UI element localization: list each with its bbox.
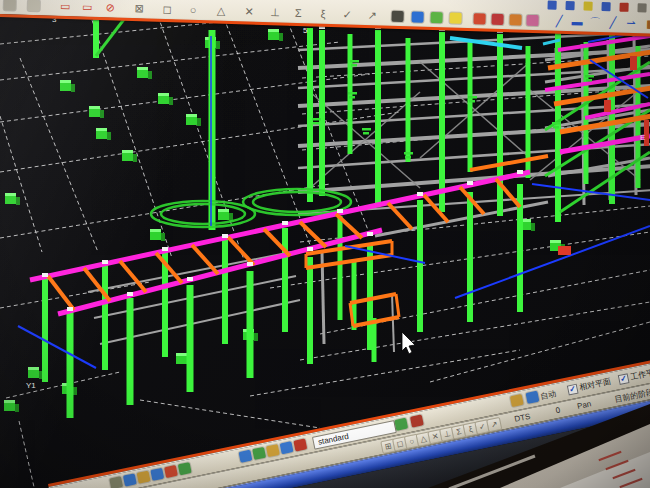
select-points-icon[interactable] xyxy=(164,465,178,478)
select-all-icon[interactable] xyxy=(109,476,123,488)
tool-left-b-icon[interactable] xyxy=(28,0,40,11)
snap-reference-points-icon[interactable]: ⊠ xyxy=(132,2,147,15)
filter-clear-icon[interactable] xyxy=(410,414,424,427)
create-beam-icon[interactable]: ╱ xyxy=(551,15,566,28)
select-filter-icon[interactable] xyxy=(123,473,137,486)
view-tool-icon[interactable] xyxy=(525,391,539,404)
tool-left-a-icon[interactable] xyxy=(4,0,16,10)
snap-line-icon[interactable]: Σ xyxy=(290,7,305,20)
status-pan: Pan xyxy=(576,399,592,411)
snap-center-icon[interactable]: ○ xyxy=(186,4,201,17)
select-grids-icon[interactable] xyxy=(252,447,266,460)
grid-label-Y1: Y1 xyxy=(26,381,36,390)
mini-gray-icon[interactable] xyxy=(637,3,646,12)
create-beam-arrow-icon[interactable]: ⇀ xyxy=(623,17,638,30)
work-area-icon[interactable] xyxy=(430,12,442,23)
select-views-icon[interactable] xyxy=(266,444,280,457)
splendid-sticker: S plendid Sync xyxy=(503,472,613,488)
status-snap-any-button[interactable]: ↗ xyxy=(486,417,502,433)
select-surfaces-icon[interactable] xyxy=(238,450,252,463)
snap-red-frame-2-icon[interactable]: ▭ xyxy=(80,0,95,13)
snap-perpendicular-icon[interactable]: ⊥ xyxy=(267,6,282,19)
snap-midpoint-icon[interactable]: △ xyxy=(214,4,229,17)
filter-apply-icon[interactable] xyxy=(394,418,408,431)
select-components-icon[interactable] xyxy=(150,468,164,481)
mini-blue-3-icon[interactable] xyxy=(601,2,610,11)
plane-tool-icon[interactable] xyxy=(510,394,524,407)
snap-red-frame-1-icon[interactable]: ▭ xyxy=(58,0,73,13)
sticker-sub-text: Sync xyxy=(565,481,588,488)
fly-through-icon[interactable] xyxy=(411,11,423,22)
snap-any-position-icon[interactable]: ↗ xyxy=(364,9,379,22)
select-bolts-icon[interactable] xyxy=(280,441,294,454)
binoculars-icon[interactable] xyxy=(391,11,403,22)
select-objects-icon[interactable] xyxy=(137,471,151,484)
status-dts: DTS xyxy=(514,412,531,424)
select-welds-icon[interactable] xyxy=(293,438,307,451)
select-parts-icon[interactable] xyxy=(178,462,192,475)
pen-red-2-icon[interactable] xyxy=(491,14,503,25)
create-beam-line-icon[interactable]: ▬ xyxy=(569,15,584,28)
auto-snap-label: 自动 xyxy=(539,388,557,402)
create-column-brown-icon[interactable]: ▮ xyxy=(641,17,650,30)
mini-yellow-icon[interactable] xyxy=(583,2,592,11)
create-polybeam-icon[interactable]: ⌒ xyxy=(587,16,602,29)
pen-red-1-icon[interactable] xyxy=(473,13,485,24)
snap-endpoint-icon[interactable]: ◻ xyxy=(160,3,175,16)
grid-label-5: 5 xyxy=(303,26,308,35)
pen-pink-icon[interactable] xyxy=(526,15,538,26)
snap-plane-checkbox-1[interactable]: ✓工作平面 xyxy=(618,365,650,385)
create-curved-beam-icon[interactable]: ╱ xyxy=(605,16,620,29)
no-snap-icon[interactable]: ⊘ xyxy=(103,1,118,14)
snap-free-icon[interactable]: ✓ xyxy=(339,8,354,21)
snap-intersection-icon[interactable]: ✕ xyxy=(242,5,257,18)
mini-red-icon[interactable] xyxy=(619,3,628,12)
grid-label-E: E xyxy=(640,133,645,142)
mini-blue-2-icon[interactable] xyxy=(565,1,574,10)
phase-manager-icon[interactable] xyxy=(449,13,461,24)
mini-blue-1-icon[interactable] xyxy=(547,0,556,9)
snap-extension-icon[interactable]: ξ xyxy=(315,7,330,20)
pen-orange-icon[interactable] xyxy=(509,14,521,25)
status-zero: 0 xyxy=(555,406,561,416)
